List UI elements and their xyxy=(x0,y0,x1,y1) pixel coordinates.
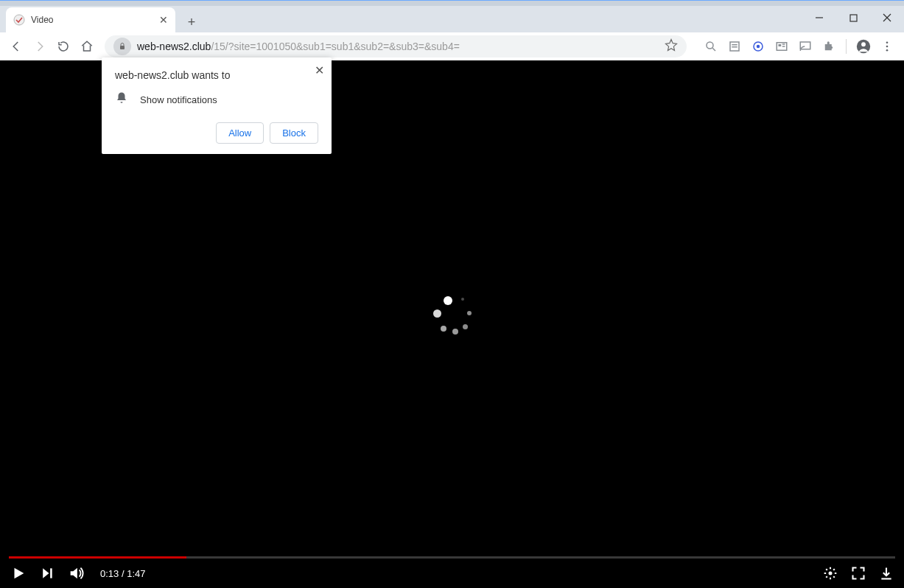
tab-favicon xyxy=(13,14,25,26)
next-button[interactable] xyxy=(40,566,55,581)
video-controls-bar: 0:13 / 1:47 xyxy=(0,559,904,588)
window-titlebar xyxy=(0,0,904,6)
video-time-display: 0:13 / 1:47 xyxy=(100,568,145,579)
svg-point-21 xyxy=(886,46,889,48)
puzzle-icon[interactable] xyxy=(821,38,837,55)
loading-spinner-icon xyxy=(430,295,474,339)
profile-avatar-icon[interactable] xyxy=(855,38,872,55)
site-info-lock-icon[interactable] xyxy=(113,38,131,55)
window-minimize-button[interactable] xyxy=(802,6,836,29)
zoom-icon[interactable] xyxy=(703,38,719,55)
svg-point-19 xyxy=(861,42,866,46)
browser-toolbar: web-news2.club/15/?site=1001050&sub1=sub… xyxy=(0,32,904,60)
new-tab-button[interactable]: + xyxy=(181,12,202,32)
url-text: web-news2.club/15/?site=1001050&sub1=sub… xyxy=(137,41,460,52)
toolbar-separator xyxy=(846,39,847,54)
svg-point-12 xyxy=(757,45,760,49)
bell-icon xyxy=(115,91,128,108)
dialog-close-button[interactable]: ✕ xyxy=(315,63,324,77)
address-bar[interactable]: web-news2.club/15/?site=1001050&sub1=sub… xyxy=(105,35,687,57)
back-button[interactable] xyxy=(6,36,27,57)
fullscreen-button[interactable] xyxy=(851,566,866,581)
bookmark-star-icon[interactable] xyxy=(665,38,678,55)
notification-permission-dialog: ✕ web-news2.club wants to Show notificat… xyxy=(102,57,332,154)
url-path: /15/?site=1001050&sub1=sub1&sub2=&sub3=&… xyxy=(211,41,459,52)
dialog-request-text: Show notifications xyxy=(140,94,217,105)
volume-button[interactable] xyxy=(68,565,84,581)
svg-point-20 xyxy=(886,41,889,43)
reader-icon[interactable] xyxy=(726,38,743,55)
download-button[interactable] xyxy=(879,566,894,581)
dialog-title: web-news2.club wants to xyxy=(115,69,318,81)
forward-button[interactable] xyxy=(29,36,50,57)
target-icon[interactable] xyxy=(750,38,766,55)
svg-rect-5 xyxy=(120,46,125,49)
home-button[interactable] xyxy=(77,36,97,57)
extension-icons-area xyxy=(694,38,898,55)
window-maximize-button[interactable] xyxy=(836,6,870,29)
svg-point-0 xyxy=(14,15,24,25)
svg-point-24 xyxy=(829,572,833,575)
svg-rect-2 xyxy=(850,15,857,21)
reload-button[interactable] xyxy=(53,36,74,57)
settings-button[interactable] xyxy=(823,566,838,581)
window-close-button[interactable] xyxy=(870,6,904,29)
cast-icon[interactable] xyxy=(797,38,813,55)
allow-button[interactable]: Allow xyxy=(216,122,264,144)
tab-close-button[interactable]: ✕ xyxy=(159,14,168,26)
tab-strip: Video ✕ + xyxy=(0,6,904,32)
svg-rect-13 xyxy=(777,43,787,51)
url-host: web-news2.club xyxy=(137,41,211,52)
play-button[interactable] xyxy=(10,565,27,581)
browser-tab[interactable]: Video ✕ xyxy=(6,7,175,32)
svg-rect-14 xyxy=(779,44,782,46)
tab-title: Video xyxy=(31,15,153,25)
news-icon[interactable] xyxy=(774,38,790,55)
browser-menu-button[interactable] xyxy=(879,38,895,55)
svg-line-7 xyxy=(712,48,715,51)
window-controls xyxy=(802,6,904,29)
video-duration: 1:47 xyxy=(127,568,145,579)
video-current-time: 0:13 xyxy=(100,568,119,579)
svg-point-22 xyxy=(886,49,889,52)
svg-point-6 xyxy=(707,42,713,49)
svg-rect-23 xyxy=(50,568,52,578)
block-button[interactable]: Block xyxy=(270,122,318,144)
